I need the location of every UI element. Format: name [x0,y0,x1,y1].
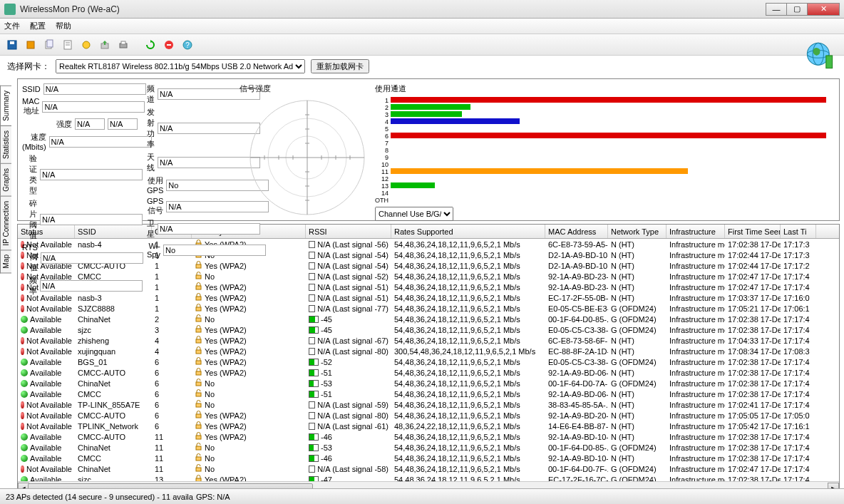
channel-mode-select[interactable]: Channel Use B/G/N [375,207,453,221]
svg-rect-41 [196,286,201,289]
wizard-icon[interactable] [78,37,94,53]
lock-icon [195,464,202,473]
table-row[interactable]: Not AvailableSJZC88881Yes (WPA2)N/A (Las… [18,303,839,314]
svg-rect-54 [196,425,201,428]
svg-rect-1 [10,41,14,44]
lock-icon [195,272,202,281]
copy-icon[interactable] [41,37,57,53]
sidetab-graphs[interactable]: Graphs [0,163,11,197]
table-row[interactable]: Not Availablexujingquan4Yes (WPA2)N/A (L… [18,346,839,356]
reload-adapter-button[interactable]: 重新加载网卡 [311,59,369,73]
col-header[interactable]: Last Ti [781,225,816,238]
table-row[interactable]: AvailableChinaNet6No-5354,48,36,24,18,12… [18,378,839,389]
status-dot-icon [21,316,28,323]
lbl-ant: 天线 [147,152,155,173]
val-auth [40,169,143,180]
svg-rect-48 [196,361,201,364]
lock-icon [195,368,202,377]
table-row[interactable]: Not AvailableChinaNet11NoN/A (Last signa… [18,463,839,474]
adapter-label: 选择网卡： [7,61,50,73]
channel-row: 7 [375,140,835,147]
svg-rect-52 [196,403,201,407]
svg-rect-11 [121,41,125,44]
save-icon[interactable] [4,37,20,53]
svg-text:?: ? [185,41,190,49]
menu-config[interactable]: 配置 [30,21,46,31]
table-row[interactable]: AvailableCMCC6No-5154,48,36,24,18,12,11,… [18,389,839,399]
table-row[interactable]: AvailableBGS_016Yes (WPA2)-5254,48,36,24… [18,356,839,367]
sidetab-statistics[interactable]: Statistics [0,125,11,164]
signal-bar-icon [309,241,315,248]
col-header[interactable]: MAC Address [545,225,608,238]
sidetab-ip-connection[interactable]: IP Connection [0,196,11,251]
lbl-ssid: SSID [22,85,41,93]
signal-bar-icon [309,284,315,291]
table-row[interactable]: AvailableCMCC-AUTO6Yes (WPA2)-5154,48,36… [18,367,839,378]
svg-rect-55 [196,436,201,439]
table-row[interactable]: Availablesjzc13Yes (WPA2)-4754,48,36,24,… [18,474,839,481]
side-tabs: SummaryStatisticsGraphsIP ConnectionMap [0,86,11,273]
maximize-button[interactable]: ▢ [786,3,808,16]
main-panel: SSID MAC地址 强度 速度 (Mbits) 验证类型 碎片阈值 RTS阈值… [17,78,840,221]
sidetab-summary[interactable]: Summary [0,86,11,126]
lock-icon [195,336,202,345]
svg-rect-45 [196,329,201,332]
status-gps: GPS: N/A [196,493,230,501]
config-icon[interactable] [23,37,38,53]
close-button[interactable]: ✕ [807,3,840,16]
val-frag [40,214,143,225]
signal-bar-icon [309,369,319,376]
col-header[interactable]: Rates Supported [391,225,545,238]
log-icon[interactable] [60,37,76,53]
refresh-icon[interactable] [143,37,158,53]
table-row[interactable]: Availablesjzc3Yes (WPA2)-4554,48,36,24,1… [18,324,839,335]
signal-bar-icon [309,337,315,344]
table-row[interactable]: Not Availablezhisheng4Yes (WPA2)N/A (Las… [18,335,839,346]
col-header[interactable]: Network Type [608,225,667,238]
help-icon[interactable]: ? [180,37,195,53]
signal-bar-icon [309,252,315,259]
table-row[interactable]: AvailableCMCC11No-4654,48,36,24,18,12,11… [18,453,839,463]
lock-icon [195,421,202,431]
lbl-frag: 碎片阈值 [22,198,37,241]
signal-bar-icon [309,380,319,387]
svg-rect-50 [196,382,201,386]
col-header[interactable]: Infrastructure [667,225,725,238]
col-header[interactable]: RSSI [306,225,391,238]
window-title: WirelessMon Pro (We-aC) [20,4,766,14]
channel-row: 8 [375,147,835,154]
info-col-left: SSID MAC地址 强度 速度 (Mbits) 验证类型 碎片阈值 RTS阈值… [22,83,147,216]
menu-file[interactable]: 文件 [4,21,20,31]
table-row[interactable]: AvailableCMCC-AUTO11Yes (WPA2)-4654,48,3… [18,431,839,442]
status-dot-icon [21,348,24,355]
minimize-button[interactable]: — [766,3,787,16]
print-icon[interactable] [115,37,131,53]
val-wispy [163,245,266,256]
globe-icon [804,40,835,71]
menu-help[interactable]: 帮助 [56,21,71,31]
channel-box: 使用通道 1234567891011121314OTH Channel Use … [375,83,835,216]
lbl-speed: 速度 (Mbits) [22,132,46,151]
table-row[interactable]: Not AvailableCMCC-AUTO6Yes (WPA2)N/A (La… [18,410,839,421]
channel-header: 使用通道 [375,83,835,94]
sidetab-map[interactable]: Map [0,250,11,273]
table-row[interactable]: AvailableChinaNet2No-4554,48,36,24,18,12… [18,314,839,324]
stop-icon[interactable] [161,37,177,53]
col-header[interactable]: First Time Seen [725,225,781,238]
lock-icon [195,432,202,441]
table-row[interactable]: Not AvailableTPLINK_Network6Yes (WPA2)N/… [18,421,839,431]
svg-rect-49 [196,371,201,375]
signal-bar-icon [309,326,319,334]
svg-rect-13 [167,44,171,46]
table-row[interactable]: Not AvailableTP-LINK_855A7E6NoN/A (Last … [18,399,839,410]
lock-icon [195,261,202,270]
signal-bar-icon [309,273,315,280]
adapter-select[interactable]: Realtek RTL8187 Wireless 802.11b/g 54Mbp… [56,59,305,73]
signal-bar-icon [309,412,315,419]
lock-icon [195,325,202,334]
table-row[interactable]: AvailableChinaNet11No-5354,48,36,24,18,1… [18,442,839,453]
status-dot-icon [21,401,24,408]
svg-rect-43 [196,307,201,311]
lock-icon [195,357,202,366]
export-icon[interactable] [97,37,113,53]
